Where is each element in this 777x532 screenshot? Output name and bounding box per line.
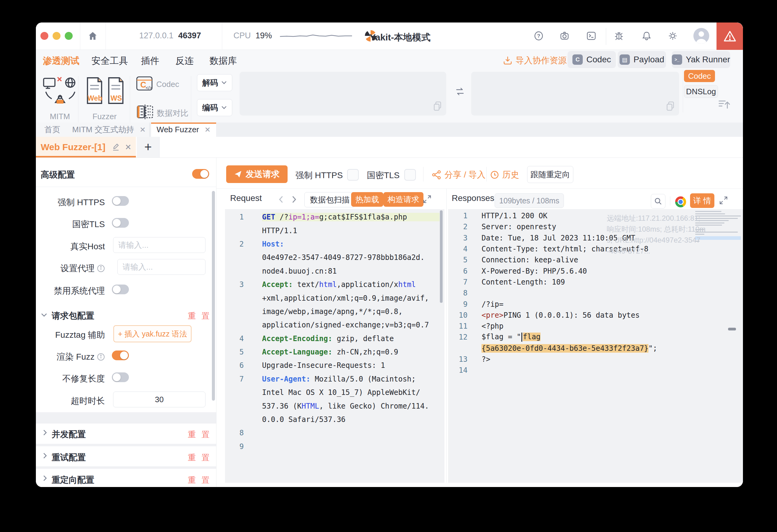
share-import-link[interactable]: 分享 / 导入 <box>432 169 485 181</box>
info-icon[interactable] <box>97 264 105 273</box>
force-https-option-label: 强制 HTTPS <box>296 170 343 181</box>
code-row: 9 <box>225 440 440 453</box>
menu-item-plugins[interactable]: 插件 <box>141 55 159 67</box>
code-row: 10<pre>PING 1 (0.0.0.1): 56 data bytes <box>450 310 693 321</box>
collapse-sort-icon[interactable] <box>718 99 730 110</box>
tab-web-fuzzer[interactable]: Web Fuzzer ✕ <box>151 122 216 137</box>
encode-dropdown[interactable]: 编码 <box>197 99 232 116</box>
decode-dropdown-label: 解码 <box>202 78 218 88</box>
codec-rail-tab[interactable]: Codec <box>684 70 715 82</box>
no-fix-length-toggle[interactable] <box>112 373 129 382</box>
packet-scan-button[interactable]: 数据包扫描 <box>304 192 355 207</box>
gmtls-checkbox[interactable] <box>404 169 416 181</box>
proxy-input[interactable] <box>117 259 206 275</box>
menu-item-reverse[interactable]: 反连 <box>176 55 194 67</box>
close-icon[interactable]: ✕ <box>139 125 146 134</box>
help-icon[interactable]: ? <box>534 31 544 41</box>
web-fuzzer-tool[interactable]: Web <box>86 77 103 105</box>
copy-icon[interactable] <box>433 101 442 111</box>
hot-reload-button[interactable]: 热加载 <box>351 192 383 207</box>
ws-fuzzer-tool[interactable]: WS <box>107 77 125 105</box>
alert-button[interactable] <box>716 22 743 50</box>
sidebar-scrollbar[interactable] <box>212 191 215 401</box>
history-link[interactable]: 历史 <box>490 169 519 181</box>
minimap-slider[interactable] <box>728 328 736 330</box>
next-request-icon[interactable] <box>291 195 297 204</box>
local-host: 127.0.0.1 <box>139 31 174 40</box>
bug-icon[interactable] <box>614 31 624 41</box>
retry-reset[interactable]: 重 置 <box>188 452 211 463</box>
home-icon[interactable] <box>88 31 98 41</box>
payload-button-label: Payload <box>634 55 664 65</box>
mitm-label: MITM <box>50 112 70 121</box>
force-https-toggle[interactable] <box>112 196 129 206</box>
settings-gear-icon[interactable] <box>668 31 678 41</box>
code-row: 4Accept-Encoding: gzip, deflate <box>225 332 440 345</box>
minimap[interactable] <box>695 211 742 266</box>
menu-item-pentest[interactable]: 渗透测试 <box>43 55 79 67</box>
code-row: 9/?ip= <box>450 299 693 310</box>
send-request-button[interactable]: 发送请求 <box>226 166 288 183</box>
request-code: 1GET /?ip=1;a=g;cat$IFS$1fla$a.phpHTTP/1… <box>225 210 440 453</box>
advanced-config-toggle[interactable] <box>192 169 209 179</box>
insert-fuzz-label: + 插入 yak.fuzz 语法 <box>118 329 187 339</box>
build-request-button[interactable]: 构造请求 <box>383 192 424 207</box>
gmtls-toggle[interactable] <box>112 218 129 228</box>
expand-icon[interactable] <box>423 195 432 204</box>
prev-request-icon[interactable] <box>278 195 284 204</box>
screenshot-icon[interactable] <box>559 31 570 41</box>
request-config-reset[interactable]: 重 置 <box>188 311 211 321</box>
tab-home[interactable]: 首页 <box>36 122 69 137</box>
traffic-light-zoom[interactable] <box>65 32 73 40</box>
request-scrollbar[interactable] <box>440 210 443 303</box>
close-icon[interactable]: ✕ <box>205 125 211 134</box>
build-request-label: 构造请求 <box>387 194 419 205</box>
render-fuzz-toggle[interactable] <box>112 350 129 360</box>
code-row: 6Upgrade-Insecure-Requests: 1 <box>225 359 440 372</box>
concurrency-reset[interactable]: 重 置 <box>188 429 211 440</box>
menu-item-sectools[interactable]: 安全工具 <box>92 55 128 67</box>
chevron-down-icon[interactable] <box>41 313 47 317</box>
yak-runner-button[interactable]: >_ Yak Runner <box>672 51 730 68</box>
decode-dropdown[interactable]: 解码 <box>197 74 232 91</box>
disable-sys-proxy-toggle[interactable] <box>112 285 129 294</box>
detail-button[interactable]: 详 情 <box>690 193 714 208</box>
info-icon[interactable] <box>97 353 105 361</box>
force-https-checkbox[interactable] <box>347 169 359 181</box>
payload-button[interactable]: ▤ Payload <box>618 51 666 68</box>
search-button[interactable] <box>651 194 665 209</box>
insert-f​uzz-button[interactable]: + 插入 yak.fuzz 语法 <box>113 325 192 342</box>
swap-icon[interactable] <box>455 86 465 97</box>
edit-pencil-icon[interactable] <box>112 143 120 151</box>
codec-input-area[interactable] <box>239 72 446 115</box>
history-label: 历史 <box>502 169 519 181</box>
request-config-label[interactable]: 请求包配置 <box>52 310 94 322</box>
mitm-tool[interactable] <box>42 76 78 105</box>
tab-home-label: 首页 <box>44 124 60 135</box>
import-collab-link[interactable]: 导入协作资源 <box>503 55 567 66</box>
subtab-web-fuzzer-1[interactable]: Web Fuzzer-[1] ✕ <box>36 137 136 157</box>
follow-redirect-button[interactable]: 跟随重定向 <box>527 166 573 183</box>
advanced-config-label: 高级配置 <box>41 169 75 181</box>
chrome-icon[interactable] <box>675 196 686 207</box>
redirect-reset[interactable]: 重 置 <box>188 475 211 486</box>
real-host-input[interactable] <box>113 237 206 253</box>
close-icon[interactable]: ✕ <box>125 142 132 152</box>
dnslog-rail-tab[interactable]: DNSLog <box>684 85 718 98</box>
tab-mitm[interactable]: MITM 交互式劫持 ✕ <box>69 122 149 137</box>
traffic-light-close[interactable] <box>40 32 48 40</box>
codec-button[interactable]: C Codec <box>568 51 616 68</box>
data-compare-tool[interactable] <box>137 104 153 119</box>
terminal-icon[interactable] <box>586 31 596 41</box>
active-tab-indicator <box>151 122 216 124</box>
avatar[interactable] <box>693 28 709 44</box>
codec-output-area[interactable] <box>471 72 679 115</box>
add-fuzzer-tab-button[interactable]: + <box>137 137 159 157</box>
menu-item-database[interactable]: 数据库 <box>209 55 237 67</box>
traffic-light-minimize[interactable] <box>52 32 61 40</box>
timeout-input[interactable] <box>113 392 206 407</box>
codec-tool[interactable]: C </> <box>136 76 152 91</box>
copy-icon[interactable] <box>666 101 675 111</box>
expand-icon[interactable] <box>719 196 728 205</box>
bell-icon[interactable] <box>641 31 652 41</box>
